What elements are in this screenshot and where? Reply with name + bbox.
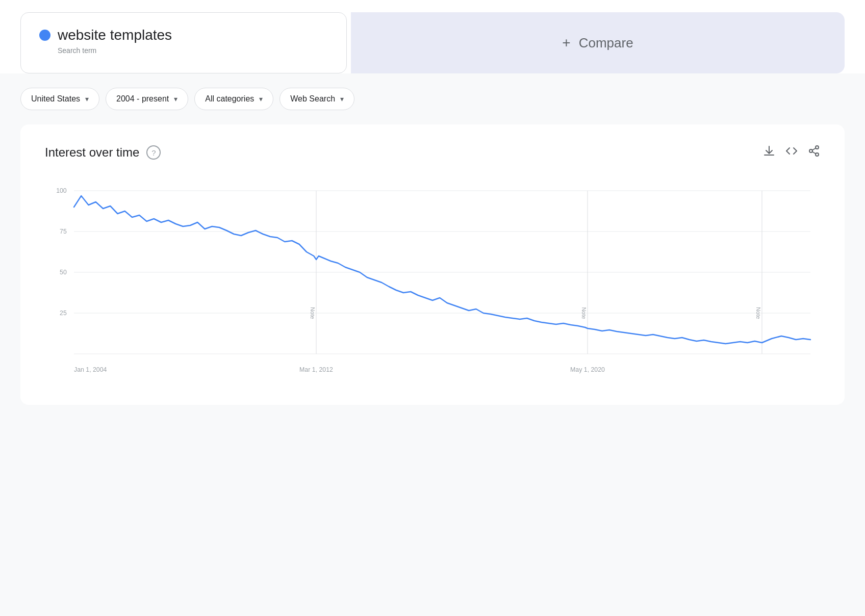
chart-title: Interest over time (45, 145, 139, 160)
y-label-25: 25 (60, 310, 67, 317)
y-label-75: 75 (60, 228, 67, 235)
region-chevron-icon: ▾ (85, 95, 89, 103)
x-label-2004: Jan 1, 2004 (74, 366, 107, 373)
search-type-filter-label: Web Search (290, 94, 335, 104)
chart-actions (763, 145, 820, 160)
download-icon[interactable] (763, 145, 775, 160)
category-filter-label: All categories (205, 94, 254, 104)
embed-icon[interactable] (785, 145, 798, 160)
time-range-filter-label: 2004 - present (116, 94, 169, 104)
search-type-filter-button[interactable]: Web Search ▾ (279, 88, 354, 110)
chart-section: Interest over time ? (20, 124, 845, 405)
note-label-3: Note (755, 307, 761, 319)
compare-plus-icon: + (562, 35, 570, 51)
search-term-header: website templates (39, 27, 328, 43)
search-term-label: Search term (39, 46, 328, 55)
note-label-2: Note (581, 307, 587, 319)
search-term-title: website templates (58, 27, 172, 43)
filters-section: United States ▾ 2004 - present ▾ All cat… (0, 73, 865, 124)
x-label-2020: May 1, 2020 (570, 366, 605, 373)
time-range-chevron-icon: ▾ (174, 95, 177, 103)
chart-container: 100 75 50 25 Note Note Note Jan 1, 2004 … (45, 181, 820, 384)
search-term-card: website templates Search term (20, 12, 347, 73)
chart-title-group: Interest over time ? (45, 145, 161, 160)
y-label-100: 100 (56, 187, 67, 194)
time-range-filter-button[interactable]: 2004 - present ▾ (106, 88, 188, 110)
help-icon[interactable]: ? (146, 145, 161, 160)
region-filter-label: United States (31, 94, 80, 104)
region-filter-button[interactable]: United States ▾ (20, 88, 99, 110)
svg-line-3 (812, 152, 816, 154)
share-icon[interactable] (808, 145, 820, 160)
search-term-color-indicator (39, 30, 50, 41)
category-filter-button[interactable]: All categories ▾ (194, 88, 273, 110)
note-label-1: Note (310, 307, 316, 319)
y-label-50: 50 (60, 269, 67, 276)
compare-card[interactable]: + Compare (351, 12, 845, 73)
compare-label: Compare (579, 35, 633, 51)
category-chevron-icon: ▾ (259, 95, 263, 103)
search-type-chevron-icon: ▾ (340, 95, 344, 103)
svg-line-4 (812, 148, 816, 150)
x-label-2012: Mar 1, 2012 (299, 366, 333, 373)
trend-chart: 100 75 50 25 Note Note Note Jan 1, 2004 … (45, 181, 820, 384)
trend-line (74, 196, 810, 344)
chart-header: Interest over time ? (45, 145, 820, 160)
